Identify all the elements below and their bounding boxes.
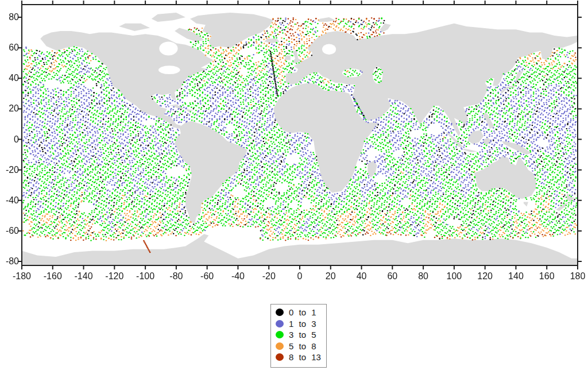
legend-label: 8 to 13 bbox=[289, 352, 321, 362]
x-tick-label: -40 bbox=[231, 271, 245, 282]
x-tick-label: 160 bbox=[539, 271, 555, 282]
x-tick-label: -20 bbox=[262, 271, 276, 282]
x-tick-label: 140 bbox=[508, 271, 524, 282]
x-tick-label: 40 bbox=[357, 271, 367, 282]
legend-swatch bbox=[276, 309, 284, 316]
y-tick-label: -20 bbox=[0, 165, 19, 175]
legend-item: 3 to 5 bbox=[276, 329, 326, 341]
x-tick-label: -100 bbox=[136, 271, 154, 282]
x-tick-label: -120 bbox=[105, 271, 123, 282]
y-tick-label: 60 bbox=[0, 43, 19, 53]
x-tick-label: 80 bbox=[418, 271, 428, 282]
x-tick-label: 0 bbox=[297, 271, 303, 282]
legend-item: 0 to 1 bbox=[276, 307, 326, 318]
x-tick-label: 20 bbox=[326, 271, 336, 282]
y-tick-label: -40 bbox=[0, 195, 19, 206]
legend-box: 0 to 11 to 33 to 55 to 88 to 13 bbox=[270, 304, 327, 368]
legend-item: 8 to 13 bbox=[276, 352, 326, 363]
y-tick-label: 20 bbox=[0, 103, 19, 114]
legend-item: 5 to 8 bbox=[276, 341, 326, 352]
x-tick-label: 120 bbox=[477, 271, 493, 282]
x-tick-label: -80 bbox=[169, 271, 183, 282]
x-tick-label: 60 bbox=[387, 271, 397, 282]
wave-height-world-map-figure: -180-160-140-120-100-80-60-40-2002040608… bbox=[0, 0, 588, 370]
legend-swatch bbox=[276, 353, 284, 361]
legend-label: 5 to 8 bbox=[289, 341, 316, 351]
x-tick-label: 100 bbox=[447, 271, 462, 282]
legend-swatch bbox=[276, 320, 284, 327]
legend-label: 3 to 5 bbox=[289, 330, 316, 340]
y-tick-label: 0 bbox=[0, 134, 19, 145]
y-tick-label: 40 bbox=[0, 73, 19, 83]
x-tick-label: -180 bbox=[13, 271, 31, 282]
legend-label: 1 to 3 bbox=[289, 319, 316, 329]
y-tick-label: -80 bbox=[0, 256, 19, 267]
y-tick-label: 80 bbox=[0, 12, 19, 22]
x-tick-label: -140 bbox=[75, 271, 93, 282]
legend-swatch bbox=[276, 331, 284, 338]
legend-swatch bbox=[276, 342, 284, 350]
x-tick-label: -60 bbox=[200, 271, 214, 282]
x-tick-label: 180 bbox=[570, 271, 586, 282]
legend-item: 1 to 3 bbox=[276, 318, 326, 330]
y-tick-label: -60 bbox=[0, 226, 19, 236]
x-tick-label: -160 bbox=[44, 271, 62, 282]
legend-label: 0 to 1 bbox=[289, 307, 316, 317]
